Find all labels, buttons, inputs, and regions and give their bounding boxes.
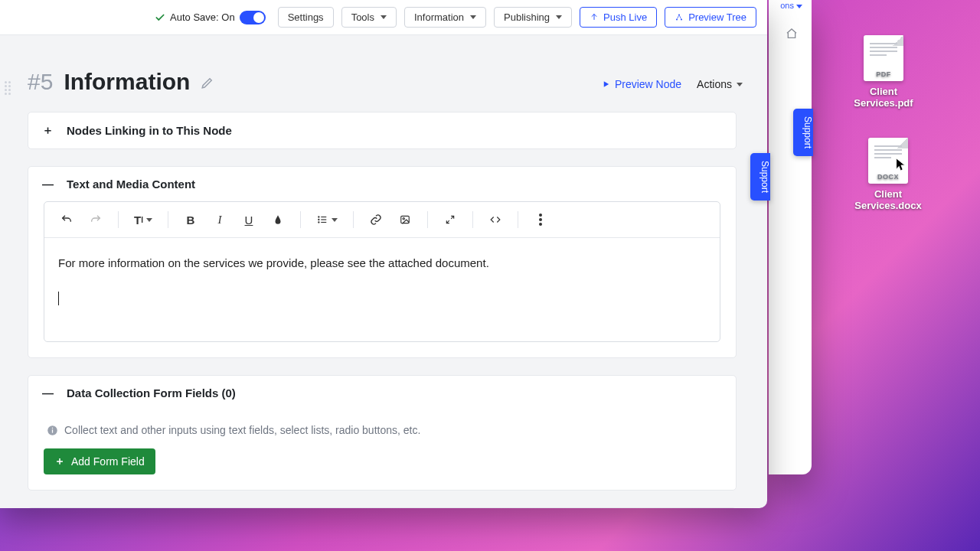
file-thumb-pdf: PDF [864,35,903,81]
tree-icon [675,13,684,22]
svg-point-1 [676,18,678,20]
svg-point-12 [539,218,542,221]
link-icon[interactable] [364,208,387,231]
plus-icon: ＋ [42,123,53,138]
svg-rect-9 [401,216,410,223]
chevron-down-icon [381,15,387,19]
preview-tree-button[interactable]: Preview Tree [665,7,756,28]
file-label: ClientServices.docx [842,188,934,211]
svg-point-2 [681,18,682,20]
node-id: #5 [28,69,53,95]
panel-text-media-header[interactable]: — Text and Media Content [28,167,736,201]
home-icon[interactable] [786,28,798,43]
file-label: ClientServices.pdf [838,86,929,109]
upload-icon [590,13,599,22]
chevron-down-icon [556,15,562,19]
minus-icon: — [42,178,53,191]
chevron-down-icon [470,15,476,19]
tools-menu[interactable]: Tools [341,7,397,28]
svg-rect-8 [321,222,326,223]
bold-icon[interactable]: B [179,208,202,231]
italic-icon[interactable]: I [208,208,231,231]
mouse-cursor-icon [896,158,906,173]
background-window: ons [769,0,812,474]
editor-toolbar: TI B I U [44,202,720,238]
actions-menu[interactable]: Actions [697,78,743,90]
undo-icon[interactable] [55,208,78,231]
minus-icon: — [42,386,53,399]
info-icon [47,425,58,436]
image-icon[interactable] [394,208,416,231]
support-tab-inner[interactable]: Support [750,153,770,201]
add-form-field-button[interactable]: ＋ Add Form Field [44,448,155,474]
preview-node-link[interactable]: Preview Node [602,78,681,90]
autosave-label: Auto Save: On [170,11,235,23]
drag-handle-icon[interactable] [5,81,11,99]
panel-linking-nodes: ＋ Nodes Linking in to This Node [28,112,737,149]
autosave-indicator: Auto Save: On [155,11,266,24]
panel-text-media: — Text and Media Content TI B I U [28,166,737,358]
svg-rect-16 [52,427,53,428]
text-color-icon[interactable] [266,208,289,231]
code-view-icon[interactable] [484,208,507,231]
panel-linking-header[interactable]: ＋ Nodes Linking in to This Node [28,112,736,148]
paragraph-style-menu[interactable]: TI [129,208,157,231]
svg-point-13 [539,223,542,226]
panel-question-actions: — Question and Action Buttons (0) [28,507,737,508]
more-icon[interactable] [529,208,552,231]
svg-rect-6 [321,219,326,220]
publishing-menu[interactable]: Publishing [494,7,572,28]
desktop-file-pdf[interactable]: PDF ClientServices.pdf [838,35,929,109]
desktop-file-docx[interactable]: DOCX ClientServices.docx [842,138,934,211]
settings-button[interactable]: Settings [278,7,334,28]
node-name[interactable]: Information [64,69,190,95]
edit-title-icon[interactable] [201,69,214,95]
svg-point-3 [318,216,319,217]
background-menu-fragment[interactable]: ons [778,1,802,10]
list-menu[interactable] [312,208,342,231]
redo-icon[interactable] [84,208,107,231]
support-tab-outer[interactable]: Support [793,109,813,156]
editor-body[interactable]: For more information on the services we … [44,238,720,341]
content-area: Preview Node Actions #5 Information ＋ No… [0,35,767,508]
editor-window: Auto Save: On Settings Tools Information… [0,0,767,508]
plus-icon: ＋ [54,455,65,468]
svg-rect-15 [52,429,53,432]
editor-paragraph: For more information on the services we … [58,255,706,272]
underline-icon[interactable]: U [237,208,260,231]
top-toolbar: Auto Save: On Settings Tools Information… [0,0,767,35]
play-icon [602,80,610,89]
svg-point-11 [539,214,542,217]
chevron-down-icon [737,83,743,86]
svg-rect-4 [321,217,326,217]
push-live-button[interactable]: Push Live [580,7,657,28]
svg-point-10 [403,218,404,220]
form-hint: Collect text and other inputs using text… [44,410,720,448]
node-sub-toolbar: Preview Node Actions [602,78,743,90]
panel-form-fields: — Data Collection Form Fields (0) Collec… [28,375,737,491]
rich-text-editor: TI B I U [44,201,720,342]
expand-icon[interactable] [439,208,462,231]
svg-point-0 [678,14,680,15]
autosave-toggle[interactable] [240,11,266,24]
text-cursor [58,292,59,305]
panel-form-header[interactable]: — Data Collection Form Fields (0) [28,376,736,410]
check-icon [155,12,165,23]
svg-point-5 [318,219,319,220]
information-menu[interactable]: Information [404,7,486,28]
svg-point-7 [318,221,319,223]
